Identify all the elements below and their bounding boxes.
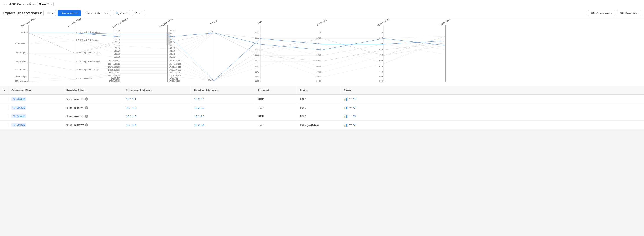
taller-button[interactable]: Taller — [43, 10, 56, 16]
svg-text:173.38.4.61: 173.38.4.61 — [169, 78, 178, 80]
show-20-button[interactable]: Show 20 ▾ — [37, 2, 54, 7]
explore-label: Explore Observations — [3, 11, 39, 15]
svg-text:IER: unknown: IER: unknown — [15, 80, 28, 82]
svg-text:3000: 3000 — [316, 48, 321, 50]
wave-icon[interactable]: 〜 — [349, 106, 352, 110]
table-row: ⇅ Default filter unknown i 10.1.1.2 10.2… — [0, 103, 644, 112]
th-consumer-address[interactable]: Consumer Address ↑↓ — [123, 86, 192, 94]
svg-text:171.71.180.210: 171.71.180.210 — [169, 66, 181, 68]
provider-address-link[interactable]: 10.2.2.3 — [194, 115, 204, 118]
row-filter-icon — [0, 123, 9, 127]
svg-text:0: 0 — [382, 31, 383, 33]
zoom-button[interactable]: 🔍 Zoom — [113, 10, 130, 16]
shield-icon[interactable]: 🛡 — [353, 97, 356, 101]
svg-text:9000: 9000 — [316, 80, 321, 82]
wave-icon[interactable]: 〜 — [349, 97, 352, 101]
wave-icon[interactable]: 〜 — [349, 114, 352, 118]
svg-text:Confidence: Confidence — [439, 18, 451, 27]
th-protocol[interactable]: Protocol ↑↓ — [255, 86, 297, 94]
protocol-value: TCP — [258, 106, 264, 109]
chevron-down-icon: ▾ — [50, 3, 52, 6]
svg-text:10.1.1.1: 10.1.1.1 — [114, 32, 120, 34]
toolbar: Explore Observations ▾ Taller Dimensions… — [0, 8, 644, 18]
show-outliers-button[interactable]: Show Outliers trial — [82, 10, 111, 16]
chart-icon[interactable]: 📊 — [344, 106, 348, 109]
info-icon[interactable]: i — [85, 123, 88, 126]
svg-text:10.2.2.9: 10.2.2.9 — [169, 56, 175, 58]
svg-text:1160: 1160 — [255, 75, 259, 78]
svg-text:600: 600 — [380, 65, 383, 67]
chart-icon[interactable]: 📊 — [344, 123, 348, 127]
explore-observations-title[interactable]: Explore Observations ▾ — [3, 11, 42, 15]
found-suffix: Conversations — [17, 3, 36, 6]
svg-text:dcm02n-bpi...: dcm02n-bpi... — [16, 75, 28, 78]
consumer-address-link[interactable]: 10.1.1.1 — [126, 97, 136, 101]
table-header: ▼ Consumer Filter ↑ Provider Filter ↑↓ C… — [0, 86, 644, 95]
consumer-address-link[interactable]: 10.1.1.3 — [126, 115, 136, 118]
consumer-address-link[interactable]: 10.1.1.4 — [126, 123, 136, 127]
port-value: 1020 — [300, 97, 306, 101]
th-consumer-filter[interactable]: Consumer Filter ↑ — [9, 86, 64, 94]
flows-icons: 📊 〜 🛡 — [344, 123, 641, 127]
svg-text:10.2.2.7: 10.2.2.7 — [169, 50, 175, 52]
chart-icon[interactable]: 📊 — [344, 97, 348, 101]
th-provider-address[interactable]: Provider Address ↑↓ — [192, 86, 255, 94]
show-outliers-label: Show Outliers — [86, 12, 103, 15]
shield-icon[interactable]: 🛡 — [353, 123, 356, 127]
svg-text:500: 500 — [380, 60, 383, 62]
data-table: ▼ Consumer Filter ↑ Provider Filter ↑↓ C… — [0, 86, 644, 129]
svg-text:800: 800 — [380, 75, 383, 78]
toolbar-right: 20+ Consumers 20+ Providers — [588, 10, 641, 16]
dimensions-button[interactable]: Dimensions ▾ — [58, 10, 81, 16]
shield-icon[interactable]: 🛡 — [353, 114, 356, 118]
reset-label: Reset — [135, 12, 142, 15]
svg-text:10.1.1.7: 10.1.1.7 — [114, 50, 120, 52]
parallel-coords-svg: Consumer Filter Provider Filter Consumer… — [2, 18, 642, 86]
default-tag[interactable]: ⇅ Default — [12, 114, 26, 118]
provider-filter-header-label: Provider Filter — [66, 89, 84, 92]
provider-address-link[interactable]: 10.2.2.2 — [194, 106, 204, 109]
flows-cell: 📊 〜 🛡 — [341, 103, 644, 112]
svg-text:173.38.45.100: 173.38.45.100 — [109, 80, 120, 82]
th-port[interactable]: Port ↑↓ — [297, 86, 341, 94]
info-icon[interactable]: i — [85, 106, 88, 109]
info-icon[interactable]: i — [85, 115, 88, 118]
svg-text:1000: 1000 — [255, 31, 259, 33]
svg-text:-dci04n-isec...: -dci04n-isec... — [15, 42, 28, 45]
chevron-down-icon: ▾ — [76, 12, 78, 15]
port-value: 1080 (SOCKS) — [300, 123, 319, 127]
provider-address-link[interactable]: 10.2.2.4 — [194, 123, 204, 127]
svg-text:Packetcount: Packetcount — [377, 18, 390, 27]
svg-text:172.29.200.203: 172.29.200.203 — [108, 69, 120, 71]
svg-text:173.37.95.224: 173.37.95.224 — [109, 72, 120, 74]
filter-unknown: filter unknown i — [66, 106, 120, 109]
wave-icon[interactable]: 〜 — [349, 123, 352, 127]
reset-button[interactable]: Reset — [132, 10, 145, 16]
svg-text:Port: Port — [257, 20, 262, 25]
provider-address-cell: 10.2.2.2 — [192, 104, 255, 111]
provider-filter-cell: filter unknown i — [64, 121, 123, 129]
th-flows: Flows — [341, 86, 644, 94]
parallel-coordinates[interactable]: Consumer Filter Provider Filter Consumer… — [0, 18, 644, 86]
svg-text:4000: 4000 — [316, 54, 321, 56]
default-tag[interactable]: ⇅ Default — [12, 123, 26, 127]
info-icon[interactable]: i — [85, 97, 88, 100]
svg-text:1140: 1140 — [255, 71, 259, 73]
sync-icon: ⇅ — [13, 115, 16, 118]
chart-icon[interactable]: 📊 — [344, 114, 348, 118]
svg-text:172.29.200.203: 172.29.200.203 — [169, 69, 181, 71]
default-tag[interactable]: ⇅ Default — [12, 97, 26, 101]
provider-address-header-label: Provider Address — [194, 89, 216, 92]
port-cell: 1040 — [297, 104, 341, 111]
svg-text:10.2.2.0: 10.2.2.0 — [169, 30, 175, 32]
consumer-filter-cell: ⇅ Default — [9, 112, 64, 121]
svg-text:900: 900 — [380, 80, 383, 82]
shield-icon[interactable]: 🛡 — [353, 106, 356, 109]
svg-text:-dci13n-gen...: -dci13n-gen... — [16, 52, 28, 54]
th-provider-filter[interactable]: Provider Filter ↑↓ — [64, 86, 123, 94]
default-tag[interactable]: ⇅ Default — [12, 106, 26, 110]
consumer-address-link[interactable]: 10.1.1.2 — [126, 106, 136, 109]
svg-text:10.2.2.8: 10.2.2.8 — [169, 53, 175, 55]
provider-address-link[interactable]: 10.2.2.1 — [194, 97, 204, 101]
sync-icon: ⇅ — [13, 123, 16, 126]
